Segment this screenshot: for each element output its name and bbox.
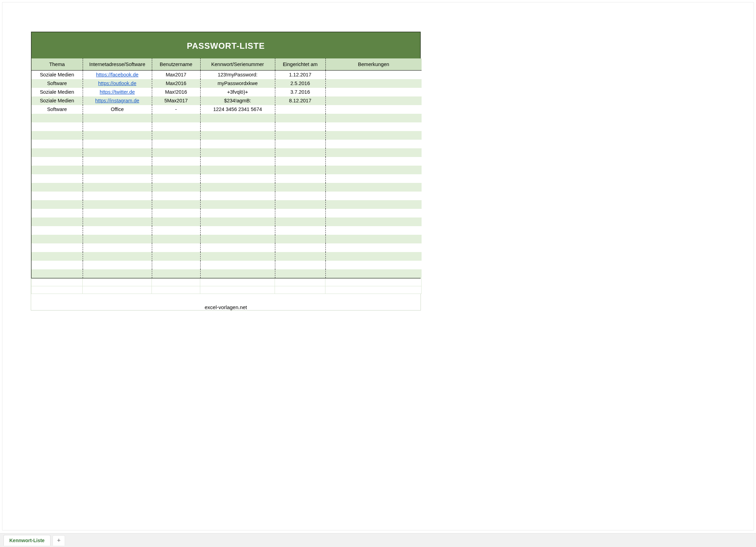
table-cell[interactable]: https://twitter.de [83,88,152,96]
table-cell[interactable] [152,183,200,192]
grid-cell[interactable] [152,286,200,294]
table-cell[interactable]: myPasswordxkwe [200,79,275,88]
table-cell[interactable] [325,166,422,174]
url-link[interactable]: https://twitter.de [100,89,135,95]
table-cell[interactable] [152,235,200,243]
table-cell[interactable] [31,243,83,252]
table-cell[interactable] [31,261,83,269]
table-cell[interactable] [325,114,422,122]
table-cell[interactable] [200,157,275,166]
table-cell[interactable] [152,243,200,252]
table-cell[interactable] [31,157,83,166]
grid-cell[interactable] [152,278,200,286]
table-cell[interactable] [325,183,422,192]
table-cell[interactable]: 1.12.2017 [275,71,325,79]
table-cell[interactable] [200,131,275,140]
table-cell[interactable]: Max2016 [152,79,200,88]
table-cell[interactable] [83,209,152,217]
table-cell[interactable] [83,243,152,252]
table-cell[interactable] [83,174,152,183]
table-cell[interactable] [325,148,422,157]
table-cell[interactable] [83,252,152,261]
table-cell[interactable] [200,174,275,183]
table-cell[interactable] [31,269,83,278]
table-cell[interactable] [275,140,325,148]
table-cell[interactable] [31,192,83,200]
table-cell[interactable]: Soziale Medien [31,71,83,79]
table-cell[interactable] [325,252,422,261]
table-cell[interactable] [31,131,83,140]
table-cell[interactable]: Max!2016 [152,88,200,96]
table-cell[interactable] [325,200,422,209]
table-cell[interactable] [200,252,275,261]
table-cell[interactable] [83,148,152,157]
table-cell[interactable] [325,122,422,131]
add-sheet-button[interactable]: + [53,535,65,546]
grid-cell[interactable] [325,278,422,286]
table-cell[interactable] [325,209,422,217]
table-cell[interactable] [83,235,152,243]
table-cell[interactable] [200,226,275,235]
table-cell[interactable] [31,235,83,243]
table-cell[interactable] [83,122,152,131]
table-cell[interactable] [325,192,422,200]
table-cell[interactable] [275,261,325,269]
table-cell[interactable] [325,217,422,226]
column-header[interactable]: Kennwort/Serienummer [200,58,275,71]
table-cell[interactable]: Max2017 [152,71,200,79]
url-link[interactable]: https://facebook.de [96,72,139,77]
table-cell[interactable] [83,192,152,200]
table-cell[interactable] [152,131,200,140]
table-cell[interactable] [83,114,152,122]
table-cell[interactable]: https://outlook.de [83,79,152,88]
table-cell[interactable]: 1224 3456 2341 5674 [200,105,275,114]
table-cell[interactable]: Soziale Medien [31,88,83,96]
table-cell[interactable]: $234!agmB: [200,96,275,105]
grid-cell[interactable] [83,278,152,286]
column-header[interactable]: Bemerkungen [325,58,422,71]
table-cell[interactable] [325,105,422,114]
table-cell[interactable] [152,209,200,217]
table-cell[interactable] [31,122,83,131]
table-cell[interactable] [31,183,83,192]
table-cell[interactable] [83,261,152,269]
table-cell[interactable] [152,200,200,209]
table-cell[interactable] [31,209,83,217]
table-cell[interactable] [83,217,152,226]
table-cell[interactable] [275,174,325,183]
table-cell[interactable]: 8.12.2017 [275,96,325,105]
table-cell[interactable]: https://instagram.de [83,96,152,105]
table-cell[interactable] [275,131,325,140]
table-cell[interactable] [275,235,325,243]
table-cell[interactable] [83,269,152,278]
table-cell[interactable] [275,243,325,252]
table-cell[interactable] [83,166,152,174]
table-cell[interactable] [200,148,275,157]
table-cell[interactable] [152,217,200,226]
table-cell[interactable] [31,200,83,209]
table-cell[interactable] [275,105,325,114]
table-cell[interactable] [325,79,422,88]
table-cell[interactable] [275,114,325,122]
table-cell[interactable] [325,174,422,183]
table-cell[interactable] [325,71,422,79]
table-cell[interactable] [152,166,200,174]
url-link[interactable]: https://outlook.de [98,81,136,86]
table-cell[interactable] [200,183,275,192]
grid-cell[interactable] [31,286,83,294]
table-cell[interactable] [31,252,83,261]
table-cell[interactable] [275,226,325,235]
table-cell[interactable]: - [152,105,200,114]
table-cell[interactable] [83,131,152,140]
sheet-tab-kennwort-liste[interactable]: Kennwort-Liste [3,535,50,546]
grid-cell[interactable] [200,278,275,286]
table-cell[interactable] [275,183,325,192]
table-cell[interactable] [200,235,275,243]
table-cell[interactable] [83,183,152,192]
table-cell[interactable] [200,209,275,217]
table-cell[interactable]: Software [31,79,83,88]
table-cell[interactable] [31,166,83,174]
table-cell[interactable] [83,226,152,235]
table-cell[interactable] [31,226,83,235]
table-cell[interactable] [275,217,325,226]
